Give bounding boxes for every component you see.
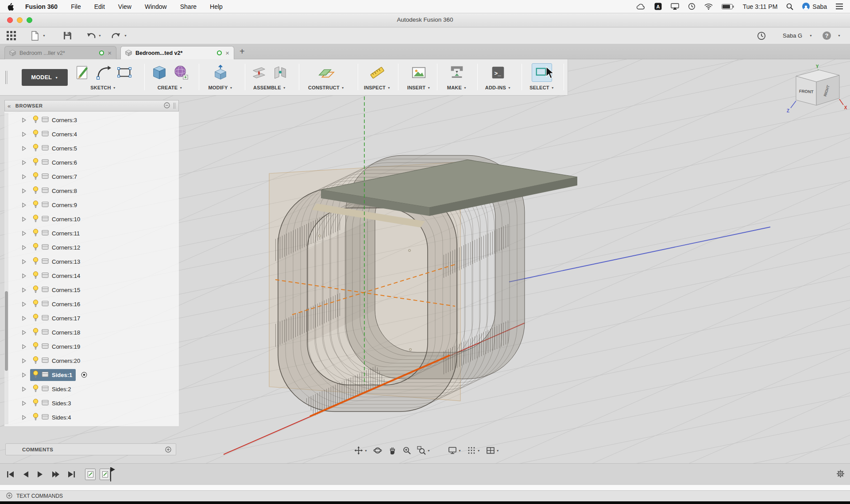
create-form-button[interactable] bbox=[172, 64, 189, 81]
apple-menu-icon[interactable] bbox=[7, 2, 15, 11]
wifi-icon[interactable] bbox=[704, 4, 713, 10]
disclosure-triangle-icon[interactable] bbox=[22, 245, 30, 250]
joint-button[interactable] bbox=[272, 64, 289, 81]
timeline-settings-gear-icon[interactable] bbox=[836, 469, 845, 480]
create-sketch-button[interactable] bbox=[73, 64, 90, 81]
browser-row[interactable]: Sides:2 bbox=[4, 382, 179, 396]
airplay-display-icon[interactable] bbox=[671, 3, 679, 10]
disclosure-triangle-icon[interactable] bbox=[22, 118, 30, 123]
redo-button[interactable] bbox=[112, 27, 120, 44]
grid-snap-button[interactable]: ▼ bbox=[467, 446, 480, 455]
help-caret[interactable]: ▼ bbox=[838, 27, 841, 44]
timeline-step-back-button[interactable] bbox=[22, 470, 29, 478]
disclosure-triangle-icon[interactable] bbox=[22, 273, 30, 278]
zoom-button[interactable] bbox=[402, 446, 411, 455]
browser-row[interactable]: Corners:5 bbox=[4, 141, 179, 155]
visibility-bulb-icon[interactable] bbox=[33, 115, 39, 125]
browser-row[interactable]: Corners:10 bbox=[4, 212, 179, 226]
new-tab-button[interactable]: + bbox=[240, 46, 245, 57]
scrollbar-thumb[interactable] bbox=[5, 291, 8, 371]
visibility-bulb-icon[interactable] bbox=[33, 158, 39, 167]
save-button[interactable] bbox=[63, 27, 72, 44]
disclosure-triangle-icon[interactable] bbox=[22, 358, 30, 363]
disclosure-triangle-icon[interactable] bbox=[22, 231, 30, 236]
disclosure-triangle-icon[interactable] bbox=[22, 174, 30, 179]
browser-row[interactable]: Corners:7 bbox=[4, 169, 179, 184]
ribbon-group-inspect-label[interactable]: INSPECT▼ bbox=[364, 85, 390, 90]
activate-component-radio[interactable] bbox=[81, 372, 87, 378]
disclosure-triangle-icon[interactable] bbox=[22, 132, 30, 137]
menubar-user[interactable]: Saba bbox=[802, 3, 827, 10]
account-caret[interactable]: ▼ bbox=[809, 27, 812, 44]
orbit-button[interactable] bbox=[373, 446, 382, 455]
ribbon-group-addins-label[interactable]: ADD-INS▼ bbox=[485, 85, 511, 90]
hand-pan-button[interactable] bbox=[388, 446, 397, 455]
expand-text-commands-icon[interactable] bbox=[6, 492, 12, 500]
ribbon-group-make-label[interactable]: MAKE▼ bbox=[447, 85, 467, 90]
browser-item-label[interactable]: Sides:1 bbox=[52, 372, 72, 378]
browser-item-label[interactable]: Corners:14 bbox=[52, 273, 80, 279]
visibility-bulb-icon[interactable] bbox=[33, 385, 39, 394]
pan-button[interactable]: ▼ bbox=[354, 446, 367, 455]
ribbon-group-insert-label[interactable]: INSERT▼ bbox=[407, 85, 431, 90]
tab-close-icon[interactable]: × bbox=[225, 50, 229, 56]
time-machine-icon[interactable] bbox=[688, 3, 695, 10]
viewports-button[interactable]: ▼ bbox=[486, 446, 499, 455]
browser-row[interactable]: Corners:15 bbox=[4, 283, 179, 297]
visibility-bulb-icon[interactable] bbox=[33, 413, 39, 422]
timeline-play-button[interactable] bbox=[37, 470, 44, 478]
menubar-clock[interactable]: Tue 3:11 PM bbox=[743, 3, 778, 10]
disclosure-triangle-icon[interactable] bbox=[22, 373, 30, 377]
undo-caret[interactable]: ▼ bbox=[98, 27, 101, 44]
browser-item-label[interactable]: Corners:6 bbox=[52, 159, 77, 166]
browser-row[interactable]: Corners:20 bbox=[4, 354, 179, 368]
disclosure-triangle-icon[interactable] bbox=[22, 415, 30, 420]
browser-item-label[interactable]: Corners:19 bbox=[52, 343, 80, 350]
browser-minimize-icon[interactable] bbox=[164, 102, 170, 109]
ribbon-group-construct-label[interactable]: CONSTRUCT▼ bbox=[308, 85, 344, 90]
comments-panel[interactable]: COMMENTS bbox=[5, 443, 176, 455]
visibility-bulb-icon[interactable] bbox=[33, 271, 39, 281]
browser-row[interactable]: Corners:6 bbox=[4, 155, 179, 169]
browser-item-label[interactable]: Sides:3 bbox=[52, 400, 71, 407]
visibility-bulb-icon[interactable] bbox=[33, 257, 39, 266]
document-tab-2-active[interactable]: Bedroom...ted v2* × bbox=[120, 46, 234, 59]
visibility-bulb-icon[interactable] bbox=[33, 328, 39, 337]
ribbon-group-assemble-label[interactable]: ASSEMBLE▼ bbox=[253, 85, 286, 90]
disclosure-triangle-icon[interactable] bbox=[22, 217, 30, 222]
timeline-playhead[interactable] bbox=[110, 467, 111, 481]
disclosure-triangle-icon[interactable] bbox=[22, 401, 30, 406]
browser-scrollbar[interactable] bbox=[4, 113, 8, 424]
spotlight-search-icon[interactable] bbox=[786, 3, 793, 10]
browser-row[interactable]: Corners:3 bbox=[4, 113, 179, 127]
disclosure-triangle-icon[interactable] bbox=[22, 259, 30, 264]
visibility-bulb-icon[interactable] bbox=[33, 215, 39, 224]
adobe-app-icon[interactable]: A bbox=[654, 3, 662, 10]
browser-row[interactable]: Sides:4 bbox=[4, 410, 179, 424]
browser-item-label[interactable]: Corners:3 bbox=[52, 117, 77, 123]
browser-item-label[interactable]: Corners:16 bbox=[52, 301, 80, 308]
menu-share[interactable]: Share bbox=[180, 3, 197, 10]
disclosure-triangle-icon[interactable] bbox=[22, 316, 30, 321]
ribbon-group-sketch-label[interactable]: SKETCH▼ bbox=[90, 85, 116, 90]
browser-item-label[interactable]: Corners:4 bbox=[52, 131, 77, 138]
disclosure-triangle-icon[interactable] bbox=[22, 189, 30, 193]
browser-item-label[interactable]: Corners:12 bbox=[52, 244, 80, 251]
file-menu-button[interactable] bbox=[31, 27, 39, 44]
toolbar-grip[interactable] bbox=[5, 71, 8, 84]
ribbon-group-modify-label[interactable]: MODIFY▼ bbox=[208, 85, 232, 90]
browser-row[interactable]: Corners:8 bbox=[4, 184, 179, 198]
viewcube[interactable]: Y FRONT RIGHT X Z bbox=[778, 63, 850, 125]
workspace-switcher-button[interactable]: MODEL▼ bbox=[22, 69, 68, 86]
make-3d-print-button[interactable] bbox=[448, 64, 465, 81]
display-settings-button[interactable]: ▼ bbox=[448, 446, 461, 455]
browser-item-label[interactable]: Corners:15 bbox=[52, 287, 80, 293]
browser-row[interactable]: Corners:18 bbox=[4, 325, 179, 339]
timeline-step-forward-button[interactable] bbox=[51, 470, 60, 478]
sketch-arc-button[interactable] bbox=[95, 64, 112, 81]
browser-item-label[interactable]: Corners:20 bbox=[52, 358, 80, 364]
browser-grip[interactable] bbox=[174, 103, 176, 109]
account-user-name[interactable]: Saba G bbox=[783, 27, 802, 44]
ribbon-group-select-label[interactable]: SELECT▼ bbox=[529, 85, 554, 90]
document-tab-1[interactable]: Bedroom ...ller v2* × bbox=[4, 46, 116, 59]
